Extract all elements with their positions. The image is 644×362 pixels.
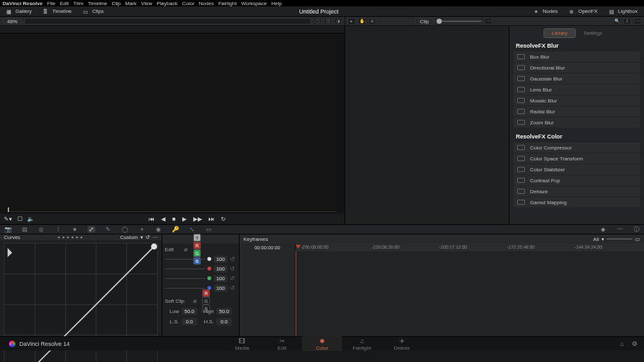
clip-options-icon[interactable]: ⋯ <box>484 18 492 24</box>
viewer-scrubber[interactable] <box>0 207 345 214</box>
home-icon[interactable]: ⌂ <box>620 340 624 347</box>
mask-icon[interactable]: ⊘ <box>368 18 376 24</box>
intensity-value[interactable]: 100 <box>214 285 227 292</box>
node-graph[interactable] <box>345 26 509 224</box>
timeline-button[interactable]: ≣Timeline <box>39 7 75 15</box>
reset-icon[interactable]: ↺ <box>230 285 236 291</box>
keyframe-ruler[interactable]: 00:00:00:00 -256:00:00:00-228:08:36:00-2… <box>240 243 644 251</box>
play-icon[interactable]: ▶ <box>182 216 187 222</box>
settings-gear-icon[interactable]: ⚙ <box>632 340 638 347</box>
curves-mode-dropdown[interactable]: Custom <box>120 234 138 240</box>
menu-help[interactable]: Help <box>271 1 281 6</box>
fx-sort-icon[interactable]: ↧ <box>623 18 631 24</box>
fx-item[interactable]: Lens Blur <box>513 84 640 95</box>
menu-file[interactable]: File <box>47 1 55 6</box>
clip-dropdown[interactable]: Clip <box>415 18 434 24</box>
nodes-button[interactable]: ✶Nodes <box>530 7 562 15</box>
menu-clip[interactable]: Clip <box>111 1 120 6</box>
chevron-down-icon[interactable]: ▾ <box>140 234 143 240</box>
reset-icon[interactable]: ↺ <box>230 256 236 262</box>
softclip-chip-g[interactable]: G <box>202 297 210 305</box>
step-back-icon[interactable]: ◀ <box>161 216 166 222</box>
intensity-slider[interactable] <box>165 278 205 279</box>
hs-value[interactable]: 0.0 <box>216 318 232 325</box>
intensity-value[interactable]: 100 <box>214 265 227 272</box>
tab-settings[interactable]: Settings <box>576 29 610 37</box>
keyframe-palette-icon[interactable]: ◆ <box>599 226 607 233</box>
fx-item[interactable]: Color Stabilizer <box>513 164 640 175</box>
fx-item[interactable]: Gamut Mapping <box>513 197 640 207</box>
qualifier-tool-icon[interactable]: ✎▾ ☐ 🔈 <box>4 216 34 222</box>
channel-chip-r[interactable]: R <box>193 242 201 249</box>
menu-trim[interactable]: Trim <box>73 1 84 6</box>
qualifier-icon[interactable]: ✎ <box>104 226 112 233</box>
tracker-icon[interactable]: ⌖ <box>138 226 146 233</box>
split-icon[interactable]: ◫ <box>324 18 332 24</box>
curves-reset-icon[interactable]: ↺ <box>146 234 150 240</box>
motion-icon[interactable]: ★ <box>71 226 79 233</box>
gallery-button[interactable]: ▦Gallery <box>3 7 35 15</box>
color-wheels-icon[interactable]: ◎ <box>37 226 45 233</box>
go-last-icon[interactable]: ⏭ <box>209 216 214 222</box>
menu-view[interactable]: View <box>141 1 152 6</box>
menu-timeline[interactable]: Timeline <box>88 1 108 6</box>
fx-options-icon[interactable]: ⋯ <box>634 18 641 24</box>
page-media[interactable]: 🎞Media <box>222 336 262 351</box>
channel-chip-y[interactable]: Y <box>193 234 201 242</box>
chevron-down-icon[interactable]: ▾ <box>601 236 604 242</box>
curves-icon[interactable]: ⤢ <box>88 226 95 233</box>
color-match-icon[interactable]: ▤ <box>21 226 28 233</box>
fx-item[interactable]: Gaussian Blur <box>513 73 640 84</box>
fx-item[interactable]: Dehaze <box>513 186 640 196</box>
low-value[interactable]: 50.0 <box>182 308 197 315</box>
fx-item[interactable]: Color Space Transform <box>513 153 640 164</box>
page-edit[interactable]: ✂Edit <box>262 336 302 351</box>
menu-edit[interactable]: Edit <box>60 1 69 6</box>
page-fairlight[interactable]: ♫Fairlight <box>342 336 382 351</box>
stereo-icon[interactable]: ▭ <box>205 226 213 233</box>
tab-library[interactable]: Library <box>544 28 576 38</box>
intensity-slider[interactable] <box>165 288 205 289</box>
ls-value[interactable]: 0.0 <box>182 318 197 325</box>
info-icon[interactable]: ⓘ <box>632 226 640 233</box>
key-icon[interactable]: 🔑 <box>171 226 179 233</box>
page-color[interactable]: ✺Color <box>302 336 342 351</box>
menu-nodes[interactable]: Nodes <box>199 1 214 6</box>
softclip-chip-r[interactable]: R <box>202 289 210 297</box>
reset-icon[interactable]: ↺ <box>230 275 236 281</box>
window-icon[interactable]: ◯ <box>121 226 129 233</box>
intensity-value[interactable]: 100 <box>214 256 227 263</box>
loop-icon[interactable]: ↻ <box>221 216 226 222</box>
menu-mark[interactable]: Mark <box>125 1 137 6</box>
link-icon[interactable]: ⌀ <box>193 298 200 304</box>
page-deliver[interactable]: ✈Deliver <box>382 336 422 351</box>
keyframes-all-dropdown[interactable]: All <box>593 236 599 242</box>
pointer-icon[interactable]: ▸ <box>348 18 355 24</box>
menu-davinci-resolve[interactable]: DaVinci Resolve <box>3 1 43 6</box>
kf-expand-icon[interactable]: ▭ <box>635 236 640 242</box>
fx-item[interactable]: Zoom Blur <box>513 117 640 128</box>
keyframe-track-area[interactable] <box>240 251 644 336</box>
camera-raw-icon[interactable]: 📷 <box>4 226 12 233</box>
menu-fairlight[interactable]: Fairlight <box>218 1 236 6</box>
fx-item[interactable]: Directional Blur <box>513 62 640 73</box>
openfx-button[interactable]: ⊛OpenFX <box>565 7 601 15</box>
kf-zoom-slider-icon[interactable] <box>607 238 632 240</box>
menu-color[interactable]: Color <box>182 1 194 6</box>
fx-item[interactable]: Contrast Pop <box>513 175 640 186</box>
step-fwd-icon[interactable]: ▶▶ <box>193 216 202 222</box>
fx-item[interactable]: Radial Blur <box>513 106 640 117</box>
hand-icon[interactable]: ✋ <box>358 18 366 24</box>
reset-icon[interactable]: ↺ <box>230 265 236 272</box>
rgb-mixer-icon[interactable]: ⫶ <box>54 226 62 233</box>
fx-item[interactable]: Box Blur <box>513 52 640 62</box>
fx-item[interactable]: Color Compressor <box>513 142 640 153</box>
sizing-icon[interactable]: ⤡ <box>188 226 196 233</box>
menu-playback[interactable]: Playback <box>156 1 177 6</box>
viewer-source-dropdown[interactable] <box>24 18 311 24</box>
bypass-icon[interactable]: ▢ <box>314 18 321 24</box>
high-value[interactable]: 50.0 <box>216 308 232 315</box>
intensity-slider[interactable] <box>165 269 205 269</box>
intensity-slider[interactable] <box>165 259 205 260</box>
zoom-percent-dropdown[interactable]: 48% <box>3 18 22 24</box>
